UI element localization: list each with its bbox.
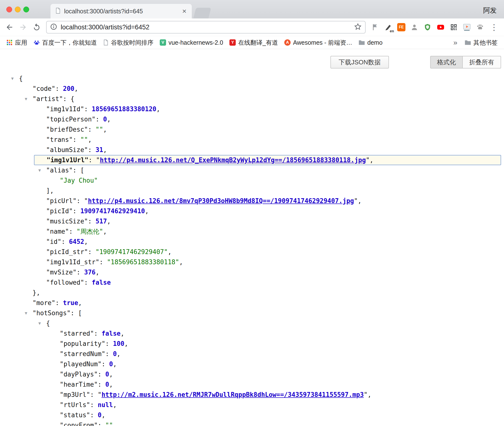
back-button[interactable] [3, 21, 16, 33]
flag-extension-icon[interactable] [370, 22, 380, 32]
json-line: "status": 0, [0, 410, 504, 420]
collapse-toggle-icon[interactable]: ▼ [11, 73, 14, 84]
json-token-n: 0 [113, 350, 117, 358]
forward-button[interactable] [17, 21, 29, 33]
json-token-p: : [105, 340, 113, 347]
bookmark-item[interactable]: AAwesomes - 前端资… [282, 38, 355, 47]
browser-tab[interactable]: localhost:3000/artists?id=645 × [50, 4, 192, 18]
json-token-p: : [ [71, 309, 82, 317]
browser-menu-icon[interactable]: ⋮ [487, 22, 501, 32]
bookmark-item[interactable]: 谷歌按时间排序 [101, 38, 156, 47]
browser-window: localhost:3000/artists?id=645 × 阿发 local… [0, 0, 504, 426]
bookmark-item[interactable]: Vvue-hackernews-2.0 [157, 38, 226, 47]
json-token-n: 19097417462929410 [80, 207, 145, 215]
address-bar[interactable]: localhost:3000/artists?id=6452 [46, 21, 366, 34]
json-url-link[interactable]: http://m2.music.126.net/RMJR7wDullRqppBk… [101, 391, 364, 398]
json-url-link[interactable]: http://p4.music.126.net/8mv7qP30Pd3oHW8b… [88, 197, 354, 204]
json-line: "img1v1Id_str": "18569651883380118", [0, 257, 504, 267]
json-url-link[interactable]: http://p4.music.126.net/Q_ExePNkmqB2yWyL… [100, 156, 366, 164]
youtube-extension-icon[interactable] [436, 22, 446, 32]
json-token-s: "" [80, 136, 88, 143]
json-token-p: : [88, 248, 95, 256]
qrcode-extension-icon[interactable] [449, 22, 459, 32]
json-token-p: : [90, 401, 98, 409]
bookmark-item[interactable]: demo [356, 38, 385, 47]
collapse-toggle-icon[interactable]: ▼ [25, 308, 27, 318]
url-host: localhost:3000 [61, 24, 103, 31]
json-token-p: : [101, 360, 109, 368]
json-line: "popularity": 100, [0, 339, 504, 349]
json-line: "img1v1Url": "http://p4.music.126.net/Q_… [34, 155, 501, 165]
other-bookmarks-folder[interactable]: 其他书签 [462, 38, 500, 47]
json-line: "picId": 19097417462929410, [0, 206, 504, 216]
json-token-p: { [46, 320, 50, 327]
json-token-p: : [94, 330, 101, 337]
json-token-n: 31 [96, 146, 103, 153]
reload-button[interactable] [31, 21, 43, 33]
json-token-p: , [96, 269, 100, 276]
json-token-k: "popularity" [60, 340, 105, 347]
json-line: "hearTime": 0, [0, 379, 504, 390]
collapse-toggle-icon[interactable]: ▼ [25, 94, 27, 104]
youdao-favicon-icon: Y [229, 39, 236, 46]
json-token-p: : " [88, 156, 100, 164]
json-token-p: }, [33, 289, 40, 296]
json-token-s: "Jay Chou" [60, 177, 98, 184]
json-token-k: "dayPlays" [60, 371, 98, 378]
zoom-window-button[interactable] [23, 7, 29, 12]
bookmark-item[interactable]: 百度一下，你就知道 [31, 38, 99, 47]
json-token-k: "starred" [60, 330, 94, 337]
json-token-p: , [113, 401, 117, 409]
person-extension-icon[interactable] [409, 22, 420, 32]
json-token-p: ", [366, 156, 373, 164]
fe-extension-icon[interactable]: FE [396, 22, 406, 32]
json-token-p: , [103, 146, 107, 153]
json-token-s: "周杰伦" [76, 228, 103, 235]
json-token-k: "musicSize" [46, 218, 88, 225]
bookmark-label: demo [367, 39, 383, 46]
download-json-button[interactable]: 下载JSON数据 [330, 56, 389, 68]
tab-title: localhost:3000/artists?id=645 [64, 8, 178, 15]
collapse-toggle-icon[interactable]: ▼ [38, 165, 41, 175]
format-button[interactable]: 格式化 [430, 56, 463, 68]
bookmark-label: 在线翻译_有道 [238, 39, 278, 47]
url-text[interactable]: localhost:3000/artists?id=6452 [61, 24, 351, 31]
json-token-p: : [96, 116, 103, 123]
json-token-p: , [101, 411, 105, 419]
json-token-p: : [88, 146, 95, 153]
json-line: "dayPlays": 0, [0, 369, 504, 379]
toolbar: localhost:3000/artists?id=6452 en FE [0, 18, 504, 36]
json-line: ▼{ [0, 73, 504, 84]
traffic-lights [6, 7, 29, 12]
json-token-p: : [84, 279, 92, 286]
collapse-toggle-icon[interactable]: ▼ [38, 318, 41, 328]
page-info-icon[interactable] [50, 23, 57, 31]
json-token-p: , [103, 228, 107, 235]
json-token-s: "" [105, 422, 113, 426]
bookmark-star-icon[interactable] [354, 23, 362, 32]
json-token-k: "id" [46, 238, 61, 245]
bookmarks-overflow-chevron[interactable]: » [450, 38, 461, 47]
json-page: 下载JSON数据 格式化 折叠所有 ▼{"code": 200,▼"artist… [0, 49, 504, 426]
json-token-k: "copyFrom" [60, 422, 98, 426]
json-token-b: true [63, 299, 78, 307]
collapse-all-button[interactable]: 折叠所有 [463, 56, 501, 68]
json-token-p: , [107, 116, 111, 123]
player-extension-icon[interactable] [462, 22, 472, 32]
bookmark-item[interactable]: Y在线翻译_有道 [227, 38, 280, 47]
json-token-k: "alias" [46, 167, 73, 174]
profile-name[interactable]: 阿发 [483, 6, 497, 15]
awesomes-favicon-icon: A [284, 39, 291, 46]
translate-extension-icon[interactable]: en [383, 22, 393, 32]
new-tab-button[interactable] [193, 8, 211, 18]
minimize-window-button[interactable] [15, 7, 21, 12]
tab-close-icon[interactable]: × [182, 8, 187, 15]
json-token-p: , [113, 360, 117, 368]
paw-extension-icon[interactable] [475, 22, 485, 32]
shield-extension-icon[interactable] [422, 22, 433, 32]
json-line: }, [0, 288, 504, 298]
json-token-n: 0 [105, 371, 109, 378]
bookmark-item[interactable]: 应用 [4, 38, 30, 47]
close-window-button[interactable] [6, 7, 12, 12]
json-token-p: , [117, 350, 121, 358]
